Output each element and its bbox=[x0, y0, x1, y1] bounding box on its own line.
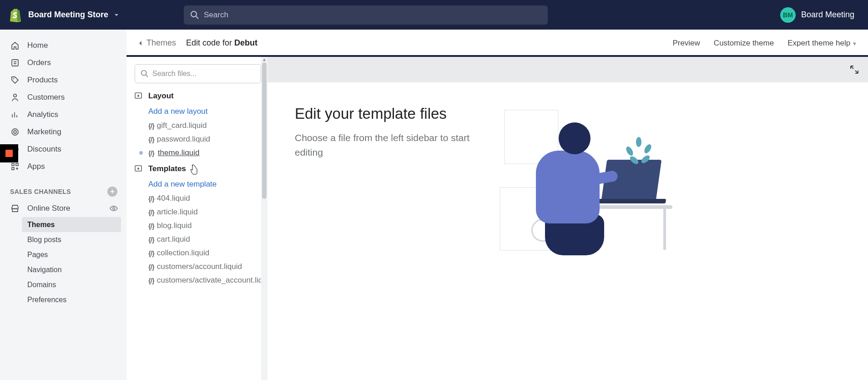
file-panel: Layout Add a new layout {/}gift_card.liq… bbox=[126, 57, 267, 380]
back-to-themes[interactable]: Themes bbox=[137, 38, 176, 48]
nav-label: Online Store bbox=[27, 204, 109, 213]
nav-apps[interactable]: Apps bbox=[0, 158, 126, 175]
expert-help-dropdown[interactable]: Expert theme help▼ bbox=[787, 39, 857, 48]
svg-rect-11 bbox=[16, 163, 18, 166]
back-label: Themes bbox=[146, 38, 176, 48]
file-404[interactable]: {/}404.liquid bbox=[135, 192, 261, 205]
svg-rect-10 bbox=[12, 163, 14, 166]
add-layout-link[interactable]: Add a new layout bbox=[135, 104, 261, 119]
nav-label: Customers bbox=[27, 93, 65, 102]
file-blog[interactable]: {/}blog.liquid bbox=[135, 219, 261, 233]
recording-badge[interactable] bbox=[0, 144, 18, 162]
editor-illustration bbox=[500, 105, 691, 260]
nav-label: Orders bbox=[27, 58, 51, 67]
main-header: Themes Edit code for Debut Preview Custo… bbox=[126, 30, 868, 57]
file-panel-scrollbar[interactable]: ▲ bbox=[261, 57, 267, 380]
breadcrumb: Edit code for Debut bbox=[186, 38, 257, 48]
subnav-blog-posts[interactable]: Blog posts bbox=[0, 232, 126, 247]
folder-collapse-icon bbox=[135, 165, 143, 173]
svg-point-13 bbox=[113, 208, 115, 209]
svg-line-15 bbox=[146, 75, 148, 77]
liquid-icon: {/} bbox=[148, 208, 154, 216]
folder-layout[interactable]: Layout bbox=[135, 91, 261, 101]
file-customers-account[interactable]: {/}customers/account.liquid bbox=[135, 260, 261, 274]
nav-customers[interactable]: Customers bbox=[0, 89, 126, 106]
liquid-icon: {/} bbox=[148, 222, 154, 230]
file-search-input[interactable] bbox=[152, 70, 255, 78]
preview-link[interactable]: Preview bbox=[672, 39, 700, 48]
subnav-domains[interactable]: Domains bbox=[0, 277, 126, 292]
user-avatar[interactable]: BM bbox=[780, 7, 796, 23]
folder-collapse-icon bbox=[135, 92, 143, 100]
file-article[interactable]: {/}article.liquid bbox=[135, 205, 261, 219]
svg-point-0 bbox=[191, 11, 197, 17]
liquid-icon: {/} bbox=[148, 149, 154, 157]
liquid-icon: {/} bbox=[148, 122, 154, 130]
svg-point-3 bbox=[13, 78, 14, 79]
store-name[interactable]: Board Meeting Store bbox=[28, 10, 108, 20]
subnav-preferences[interactable]: Preferences bbox=[0, 292, 126, 307]
nav-label: Analytics bbox=[27, 110, 58, 119]
expand-icon[interactable] bbox=[849, 64, 860, 75]
file-customers-activate[interactable]: {/}customers/activate_account.liquid bbox=[135, 274, 261, 287]
liquid-icon: {/} bbox=[148, 195, 154, 203]
topbar: Board Meeting Store BM Board Meeting bbox=[0, 0, 868, 30]
chevron-left-icon bbox=[137, 40, 144, 46]
file-search[interactable] bbox=[135, 64, 261, 83]
scroll-up-icon[interactable]: ▲ bbox=[261, 57, 267, 62]
main: Themes Edit code for Debut Preview Custo… bbox=[126, 30, 868, 380]
svg-point-14 bbox=[141, 71, 146, 76]
editor-heading: Edit your template files bbox=[295, 105, 486, 122]
nav-analytics[interactable]: Analytics bbox=[0, 106, 126, 123]
nav-label: Products bbox=[27, 76, 58, 85]
nav-products[interactable]: Products bbox=[0, 71, 126, 89]
file-theme[interactable]: {/}theme.liquid bbox=[135, 146, 261, 160]
subnav-themes[interactable]: Themes bbox=[22, 217, 121, 232]
svg-point-5 bbox=[12, 129, 18, 135]
analytics-icon bbox=[10, 110, 20, 120]
section-title: SALES CHANNELS bbox=[10, 188, 71, 195]
file-collection[interactable]: {/}collection.liquid bbox=[135, 246, 261, 260]
global-search-input[interactable] bbox=[204, 10, 541, 20]
folder-title: Layout bbox=[148, 91, 174, 101]
editor-toolbar bbox=[267, 57, 868, 82]
liquid-icon: {/} bbox=[148, 263, 154, 271]
shopify-logo-icon bbox=[9, 8, 22, 22]
view-store-icon[interactable] bbox=[109, 204, 118, 213]
search-icon bbox=[190, 10, 199, 20]
add-template-link[interactable]: Add a new template bbox=[135, 177, 261, 192]
nav-label: Discounts bbox=[27, 145, 61, 154]
chevron-down-icon[interactable] bbox=[113, 11, 120, 19]
nav-label: Marketing bbox=[27, 127, 61, 137]
svg-line-1 bbox=[196, 16, 198, 19]
scroll-thumb[interactable] bbox=[262, 62, 267, 199]
nav-marketing[interactable]: Marketing bbox=[0, 123, 126, 141]
nav-home[interactable]: Home bbox=[0, 37, 126, 54]
nav-online-store[interactable]: Online Store bbox=[0, 200, 126, 217]
global-search[interactable] bbox=[184, 5, 548, 25]
nav-orders[interactable]: Orders bbox=[0, 54, 126, 71]
subnav-pages[interactable]: Pages bbox=[0, 247, 126, 262]
user-name[interactable]: Board Meeting bbox=[801, 10, 854, 20]
svg-rect-12 bbox=[12, 167, 14, 170]
liquid-icon: {/} bbox=[148, 136, 154, 143]
svg-rect-2 bbox=[12, 60, 18, 66]
liquid-icon: {/} bbox=[148, 277, 154, 284]
apps-icon bbox=[10, 162, 20, 172]
file-gift-card[interactable]: {/}gift_card.liquid bbox=[135, 119, 261, 132]
subnav-navigation[interactable]: Navigation bbox=[0, 262, 126, 277]
left-nav: Home Orders Products Customers Analytics… bbox=[0, 30, 126, 380]
folder-templates[interactable]: Templates bbox=[135, 164, 261, 173]
nav-discounts[interactable]: Discounts bbox=[0, 141, 126, 158]
file-cart[interactable]: {/}cart.liquid bbox=[135, 233, 261, 246]
target-icon bbox=[10, 127, 20, 137]
svg-point-6 bbox=[14, 131, 16, 133]
file-password[interactable]: {/}password.liquid bbox=[135, 132, 261, 146]
person-icon bbox=[10, 92, 20, 102]
home-icon bbox=[10, 41, 20, 51]
customize-theme-link[interactable]: Customize theme bbox=[714, 39, 774, 48]
editor-subtext: Choose a file from the left sidebar to s… bbox=[295, 131, 486, 159]
search-icon bbox=[141, 70, 149, 78]
liquid-icon: {/} bbox=[148, 249, 154, 257]
add-channel-button[interactable]: + bbox=[107, 187, 117, 197]
